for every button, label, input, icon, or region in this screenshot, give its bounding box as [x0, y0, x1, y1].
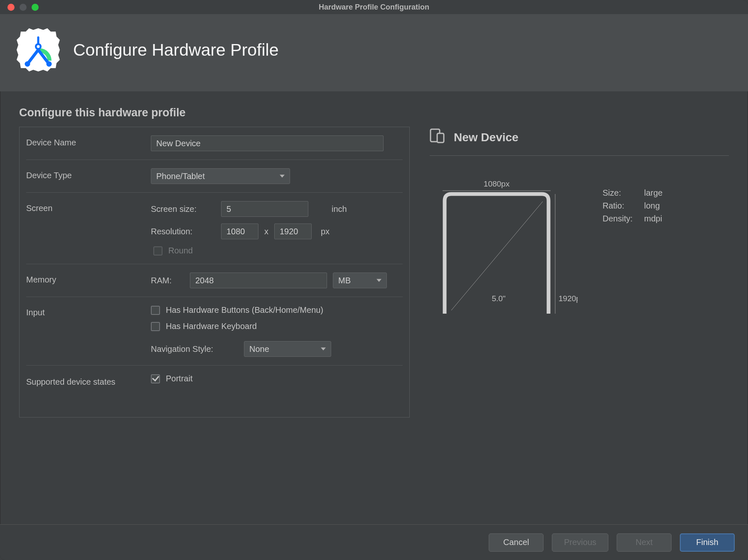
navigation-style-select[interactable]: None — [244, 341, 331, 357]
device-preview: 1080px 1920px 5.0" — [436, 177, 578, 322]
row-device-name: Device Name — [26, 127, 403, 160]
screen-size-input[interactable] — [221, 201, 308, 217]
resolution-unit: px — [321, 227, 330, 236]
row-memory: Memory RAM: MB — [26, 264, 403, 297]
screen-size-label: Screen size: — [151, 204, 215, 214]
row-input: Input Has Hardware Buttons (Back/Home/Me… — [26, 297, 403, 366]
round-checkbox — [153, 246, 162, 255]
round-label: Round — [168, 246, 193, 255]
screen-size-unit: inch — [332, 204, 347, 214]
hardware-keyboard-checkbox[interactable] — [151, 322, 160, 331]
portrait-label: Portrait — [166, 374, 192, 383]
preview-title: New Device — [454, 131, 519, 144]
android-studio-icon — [15, 27, 62, 73]
preview-panel: New Device 1080px 1920px 5.0" — [430, 127, 729, 322]
spec-density-val: mdpi — [644, 214, 662, 223]
ram-label: RAM: — [151, 276, 184, 285]
previous-button: Previous — [552, 533, 608, 552]
hardware-keyboard-label: Has Hardware Keyboard — [166, 322, 257, 331]
header: Configure Hardware Profile — [0, 14, 748, 91]
spec-list: Size:large Ratio:long Density:mdpi — [603, 187, 662, 322]
finish-button[interactable]: Finish — [680, 533, 735, 552]
device-type-value: Phone/Tablet — [156, 172, 205, 181]
portrait-checkbox[interactable] — [151, 374, 160, 383]
ram-unit-select[interactable]: MB — [333, 273, 387, 288]
ram-input[interactable] — [190, 273, 327, 288]
ram-unit-value: MB — [338, 276, 351, 285]
spec-size-val: large — [644, 188, 662, 197]
preview-height-label: 1920px — [559, 294, 578, 303]
section-title: Configure this hardware profile — [19, 106, 729, 119]
supported-states-label: Supported device states — [26, 374, 151, 387]
spec-density-key: Density: — [603, 212, 644, 225]
svg-rect-8 — [437, 133, 444, 142]
svg-point-5 — [37, 45, 40, 48]
screen-label: Screen — [26, 201, 151, 213]
spec-ratio-key: Ratio: — [603, 199, 644, 212]
device-type-label: Device Type — [26, 168, 151, 180]
window-title: Hardware Profile Configuration — [0, 3, 748, 12]
resolution-width-input[interactable] — [221, 224, 258, 239]
memory-label: Memory — [26, 273, 151, 285]
hardware-buttons-label: Has Hardware Buttons (Back/Home/Menu) — [166, 305, 323, 315]
resolution-sep: x — [264, 227, 268, 236]
form-panel: Device Name Device Type Phone/Tablet Scr… — [19, 127, 410, 418]
cancel-button[interactable]: Cancel — [489, 533, 544, 552]
title-bar: Hardware Profile Configuration — [0, 0, 748, 14]
footer: Cancel Previous Next Finish — [0, 524, 748, 560]
input-label: Input — [26, 305, 151, 317]
svg-point-3 — [25, 61, 30, 67]
row-screen: Screen Screen size: inch Resolution: x — [26, 193, 403, 264]
hardware-buttons-checkbox[interactable] — [151, 306, 160, 315]
row-device-type: Device Type Phone/Tablet — [26, 160, 403, 193]
page-title: Configure Hardware Profile — [73, 40, 279, 60]
spec-ratio-val: long — [644, 201, 660, 210]
device-name-input[interactable] — [151, 135, 384, 151]
preview-width-label: 1080px — [484, 179, 510, 188]
navigation-style-value: None — [249, 344, 269, 354]
resolution-label: Resolution: — [151, 227, 215, 236]
devices-icon — [430, 128, 446, 146]
device-type-select[interactable]: Phone/Tablet — [151, 168, 290, 184]
spec-size-key: Size: — [603, 187, 644, 199]
navigation-style-label: Navigation Style: — [151, 344, 238, 354]
next-button: Next — [617, 533, 672, 552]
device-name-label: Device Name — [26, 135, 151, 147]
row-supported-states: Supported device states Portrait — [26, 366, 403, 395]
svg-point-4 — [47, 61, 52, 67]
preview-diagonal-label: 5.0" — [492, 294, 505, 303]
resolution-height-input[interactable] — [274, 224, 312, 239]
